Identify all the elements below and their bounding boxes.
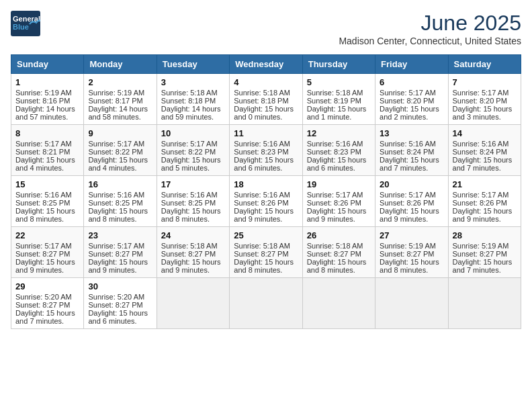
day-number: 24 <box>161 230 225 240</box>
header-sunday: Sunday <box>11 55 84 74</box>
daylight-label: Daylight: 15 hours and 9 minutes. <box>380 207 439 223</box>
calendar-cell: 6 Sunrise: 5:17 AM Sunset: 8:20 PM Dayli… <box>375 74 448 125</box>
sunrise-label: Sunrise: 5:17 AM <box>88 242 144 250</box>
daylight-label: Daylight: 15 hours and 9 minutes. <box>453 207 513 223</box>
sunrise-label: Sunrise: 5:18 AM <box>161 89 218 97</box>
calendar-cell <box>302 278 375 329</box>
logo-icon: General Blue <box>11 11 40 36</box>
sunrise-label: Sunrise: 5:18 AM <box>234 242 290 250</box>
calendar-cell <box>157 278 229 329</box>
sunset-label: Sunset: 8:20 PM <box>380 97 434 105</box>
sunrise-label: Sunrise: 5:16 AM <box>307 140 363 148</box>
calendar-cell: 24 Sunrise: 5:18 AM Sunset: 8:27 PM Dayl… <box>157 227 229 278</box>
sunset-label: Sunset: 8:18 PM <box>234 97 288 105</box>
sunset-label: Sunset: 8:25 PM <box>88 199 142 207</box>
daylight-label: Daylight: 15 hours and 5 minutes. <box>161 156 221 172</box>
calendar-cell: 23 Sunrise: 5:17 AM Sunset: 8:27 PM Dayl… <box>84 227 157 278</box>
calendar-cell <box>375 278 448 329</box>
daylight-label: Daylight: 14 hours and 58 minutes. <box>88 105 148 121</box>
day-number: 10 <box>161 128 225 138</box>
daylight-label: Daylight: 15 hours and 6 minutes. <box>88 309 148 325</box>
title-block: June 2025 Madison Center, Connecticut, U… <box>339 11 521 46</box>
daylight-label: Daylight: 15 hours and 9 minutes. <box>15 258 75 274</box>
sunset-label: Sunset: 8:24 PM <box>380 148 434 156</box>
sunset-label: Sunset: 8:26 PM <box>234 199 288 207</box>
calendar-cell: 7 Sunrise: 5:17 AM Sunset: 8:20 PM Dayli… <box>448 74 521 125</box>
daylight-label: Daylight: 15 hours and 8 minutes. <box>307 258 367 274</box>
calendar-cell <box>448 278 521 329</box>
header-monday: Monday <box>84 55 157 74</box>
daylight-label: Daylight: 15 hours and 9 minutes. <box>88 258 148 274</box>
calendar-cell: 27 Sunrise: 5:19 AM Sunset: 8:27 PM Dayl… <box>375 227 448 278</box>
sunrise-label: Sunrise: 5:16 AM <box>234 191 290 199</box>
calendar-cell: 4 Sunrise: 5:18 AM Sunset: 8:18 PM Dayli… <box>230 74 302 125</box>
sunrise-label: Sunrise: 5:18 AM <box>307 89 363 97</box>
sunset-label: Sunset: 8:22 PM <box>88 148 142 156</box>
sunset-label: Sunset: 8:27 PM <box>307 250 361 258</box>
calendar-cell: 16 Sunrise: 5:16 AM Sunset: 8:25 PM Dayl… <box>84 176 157 227</box>
header-friday: Friday <box>375 55 448 74</box>
calendar-cell <box>230 278 302 329</box>
daylight-label: Daylight: 15 hours and 9 minutes. <box>234 207 294 223</box>
sunset-label: Sunset: 8:18 PM <box>161 97 216 105</box>
day-number: 18 <box>234 179 298 189</box>
day-number: 15 <box>15 179 79 189</box>
sunset-label: Sunset: 8:23 PM <box>234 148 288 156</box>
calendar-cell: 18 Sunrise: 5:16 AM Sunset: 8:26 PM Dayl… <box>230 176 302 227</box>
svg-text:General: General <box>13 15 40 23</box>
day-number: 28 <box>453 230 517 240</box>
sunrise-label: Sunrise: 5:19 AM <box>380 242 436 250</box>
sunset-label: Sunset: 8:21 PM <box>15 148 70 156</box>
sunrise-label: Sunrise: 5:20 AM <box>88 293 144 301</box>
sunset-label: Sunset: 8:16 PM <box>15 97 70 105</box>
calendar-cell: 11 Sunrise: 5:16 AM Sunset: 8:23 PM Dayl… <box>230 125 302 176</box>
calendar-cell: 22 Sunrise: 5:17 AM Sunset: 8:27 PM Dayl… <box>11 227 84 278</box>
location-label: Madison Center, Connecticut, United Stat… <box>339 36 521 46</box>
day-number: 19 <box>307 179 371 189</box>
sunset-label: Sunset: 8:27 PM <box>15 301 70 309</box>
sunset-label: Sunset: 8:27 PM <box>15 250 70 258</box>
calendar-cell: 1 Sunrise: 5:19 AM Sunset: 8:16 PM Dayli… <box>11 74 84 125</box>
sunrise-label: Sunrise: 5:17 AM <box>15 140 72 148</box>
day-number: 1 <box>15 77 79 87</box>
day-number: 29 <box>15 281 79 291</box>
calendar-cell: 12 Sunrise: 5:16 AM Sunset: 8:23 PM Dayl… <box>302 125 375 176</box>
sunrise-label: Sunrise: 5:18 AM <box>161 242 218 250</box>
calendar-cell: 10 Sunrise: 5:17 AM Sunset: 8:22 PM Dayl… <box>157 125 229 176</box>
sunrise-label: Sunrise: 5:18 AM <box>234 89 290 97</box>
daylight-label: Daylight: 15 hours and 8 minutes. <box>380 258 439 274</box>
header-wednesday: Wednesday <box>230 55 302 74</box>
day-number: 8 <box>15 128 79 138</box>
calendar-cell: 17 Sunrise: 5:16 AM Sunset: 8:25 PM Dayl… <box>157 176 229 227</box>
calendar-cell: 14 Sunrise: 5:16 AM Sunset: 8:24 PM Dayl… <box>448 125 521 176</box>
sunset-label: Sunset: 8:27 PM <box>380 250 434 258</box>
sunset-label: Sunset: 8:22 PM <box>161 148 216 156</box>
sunrise-label: Sunrise: 5:17 AM <box>380 89 436 97</box>
day-number: 23 <box>88 230 152 240</box>
sunset-label: Sunset: 8:17 PM <box>88 97 142 105</box>
sunset-label: Sunset: 8:26 PM <box>453 199 507 207</box>
day-number: 20 <box>380 179 443 189</box>
logo: General Blue <box>11 11 40 36</box>
day-number: 4 <box>234 77 298 87</box>
day-number: 22 <box>15 230 79 240</box>
daylight-label: Daylight: 15 hours and 1 minute. <box>307 105 367 121</box>
sunset-label: Sunset: 8:26 PM <box>307 199 361 207</box>
daylight-label: Daylight: 15 hours and 2 minutes. <box>380 105 439 121</box>
daylight-label: Daylight: 15 hours and 8 minutes. <box>15 207 75 223</box>
calendar-week-5: 29 Sunrise: 5:20 AM Sunset: 8:27 PM Dayl… <box>11 278 521 329</box>
daylight-label: Daylight: 15 hours and 7 minutes. <box>453 156 513 172</box>
day-number: 16 <box>88 179 152 189</box>
calendar-cell: 2 Sunrise: 5:19 AM Sunset: 8:17 PM Dayli… <box>84 74 157 125</box>
calendar-week-1: 1 Sunrise: 5:19 AM Sunset: 8:16 PM Dayli… <box>11 74 521 125</box>
calendar-cell: 19 Sunrise: 5:17 AM Sunset: 8:26 PM Dayl… <box>302 176 375 227</box>
day-number: 25 <box>234 230 298 240</box>
sunrise-label: Sunrise: 5:16 AM <box>380 140 436 148</box>
sunrise-label: Sunrise: 5:19 AM <box>15 89 72 97</box>
page-header: General Blue June 2025 Madison Center, C… <box>11 11 521 46</box>
sunrise-label: Sunrise: 5:16 AM <box>88 191 144 199</box>
sunrise-label: Sunrise: 5:17 AM <box>453 191 509 199</box>
calendar-week-3: 15 Sunrise: 5:16 AM Sunset: 8:25 PM Dayl… <box>11 176 521 227</box>
day-number: 6 <box>380 77 443 87</box>
calendar-week-4: 22 Sunrise: 5:17 AM Sunset: 8:27 PM Dayl… <box>11 227 521 278</box>
